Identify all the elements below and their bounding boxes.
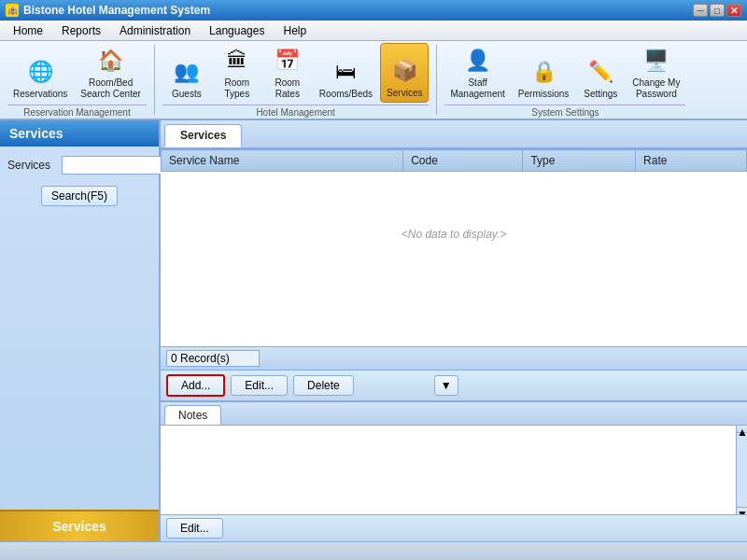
scroll-down-arrow[interactable]: ▼ — [737, 507, 747, 514]
menu-help[interactable]: Help — [274, 22, 316, 39]
add-button[interactable]: Add... — [166, 374, 225, 397]
menu-reports[interactable]: Reports — [52, 22, 110, 39]
tool-staff[interactable]: 👤 StaffManagement — [444, 43, 510, 103]
group-caption-reservation: Reservation Management — [7, 105, 147, 118]
scroll-track — [737, 433, 747, 507]
settings-icon: ✏️ — [585, 57, 615, 87]
left-panel-body: Services Search(F5) — [0, 147, 159, 216]
edit-button[interactable]: Edit... — [231, 375, 288, 396]
tool-room-search[interactable]: 🏠 Room/BedSearch Center — [75, 43, 146, 103]
staff-icon: 👤 — [463, 46, 493, 76]
toolbar: 🌐 Reservations 🏠 Room/BedSearch Center R… — [0, 41, 747, 120]
scroll-up-arrow[interactable]: ▲ — [737, 426, 747, 433]
col-type: Type — [523, 150, 636, 172]
content-area: Services Services Search(F5) Services Se… — [0, 120, 747, 541]
records-bar — [161, 346, 747, 371]
change-password-icon: 🖥️ — [641, 46, 671, 76]
tool-room-types[interactable]: 🏛 RoomTypes — [213, 43, 261, 103]
settings-label: Settings — [584, 89, 617, 100]
search-button[interactable]: Search(F5) — [41, 186, 118, 206]
delete-button[interactable]: Delete — [293, 375, 354, 396]
no-data-message: <No data to display.> — [162, 172, 747, 298]
menu-administration[interactable]: Administration — [110, 22, 200, 39]
col-code: Code — [403, 150, 523, 172]
maximize-button[interactable]: □ — [710, 4, 725, 17]
tool-permissions[interactable]: 🔒 Permissions — [513, 43, 574, 103]
action-buttons-bar: Add... Edit... Delete ▼ — [161, 371, 747, 401]
services-field-row: Services — [7, 156, 151, 175]
menu-bar: Home Reports Administration Languages He… — [0, 21, 747, 41]
rooms-beds-icon: 🛏 — [331, 57, 360, 87]
services-field-label: Services — [7, 159, 56, 172]
reservations-label: Reservations — [13, 89, 67, 100]
dropdown-button[interactable]: ▼ — [434, 375, 458, 396]
rooms-beds-label: Rooms/Beds — [319, 89, 373, 100]
tool-settings[interactable]: ✏️ Settings — [576, 43, 625, 103]
records-count-input[interactable] — [166, 350, 260, 367]
app-icon: 🏨 — [6, 4, 19, 17]
tool-guests[interactable]: 👥 Guests — [162, 43, 211, 103]
notes-text-area[interactable] — [161, 426, 736, 514]
notes-section: Notes ▲ ▼ Edit... — [161, 401, 747, 541]
tool-rooms-beds[interactable]: 🛏 Rooms/Beds — [314, 43, 378, 103]
guests-icon: 👥 — [172, 57, 202, 87]
dropdown-arrow: ▼ — [441, 379, 452, 392]
permissions-label: Permissions — [518, 89, 569, 100]
data-table: Service Name Code Type Rate <No data to … — [161, 149, 747, 297]
notes-content: ▲ ▼ — [161, 426, 747, 514]
room-types-icon: 🏛 — [222, 46, 252, 76]
services-icon: 📦 — [389, 56, 419, 86]
title-bar: 🏨 Bistone Hotel Management System ─ □ ✕ — [0, 0, 747, 21]
room-rates-icon: 📅 — [273, 46, 303, 76]
notes-edit-button[interactable]: Edit... — [166, 518, 223, 539]
data-table-area: Service Name Code Type Rate <No data to … — [161, 149, 747, 346]
toolbar-group-reservation: 🌐 Reservations 🏠 Room/BedSearch Center R… — [0, 45, 155, 115]
close-button[interactable]: ✕ — [726, 4, 741, 17]
notes-tab-bar: Notes — [161, 402, 747, 426]
app-title: Bistone Hotel Management System — [23, 4, 210, 17]
right-panel: Services Service Name Code Type Rate <No… — [161, 120, 747, 541]
change-password-label: Change MyPassword — [632, 77, 680, 100]
minimize-button[interactable]: ─ — [693, 4, 708, 17]
room-types-label: RoomTypes — [225, 77, 250, 100]
tool-reservations[interactable]: 🌐 Reservations — [7, 43, 73, 103]
guests-label: Guests — [172, 89, 202, 100]
menu-home[interactable]: Home — [4, 22, 52, 39]
group-caption-system: System Settings — [444, 105, 685, 118]
toolbar-group-system: 👤 StaffManagement 🔒 Permissions ✏️ Setti… — [437, 45, 693, 115]
room-search-icon: 🏠 — [96, 46, 126, 76]
group-caption-hotel: Hotel Management — [162, 105, 430, 118]
left-panel-bottom-label: Services — [0, 510, 159, 541]
tool-change-password[interactable]: 🖥️ Change MyPassword — [627, 43, 685, 103]
left-panel-title: Services — [0, 120, 159, 147]
toolbar-group-hotel: 👥 Guests 🏛 RoomTypes 📅 RoomRates 🛏 Rooms… — [155, 45, 438, 115]
permissions-icon: 🔒 — [529, 57, 558, 87]
notes-edit-bar: Edit... — [161, 514, 747, 541]
status-bar — [0, 541, 747, 560]
col-service-name: Service Name — [162, 150, 403, 172]
menu-languages[interactable]: Languages — [200, 22, 274, 39]
tool-room-rates[interactable]: 📅 RoomRates — [263, 43, 312, 103]
staff-label: StaffManagement — [450, 77, 504, 100]
tab-notes[interactable]: Notes — [164, 405, 221, 425]
col-rate: Rate — [636, 150, 747, 172]
room-search-label: Room/BedSearch Center — [80, 77, 140, 100]
left-panel: Services Services Search(F5) Services — [0, 120, 161, 541]
tab-services[interactable]: Services — [164, 124, 242, 147]
tool-services[interactable]: 📦 Services — [380, 43, 429, 103]
notes-scrollbar[interactable]: ▲ ▼ — [736, 426, 747, 514]
reservations-icon: 🌐 — [25, 57, 55, 87]
services-label: Services — [387, 88, 422, 99]
room-rates-label: RoomRates — [275, 77, 301, 100]
services-tab-bar: Services — [161, 120, 747, 149]
